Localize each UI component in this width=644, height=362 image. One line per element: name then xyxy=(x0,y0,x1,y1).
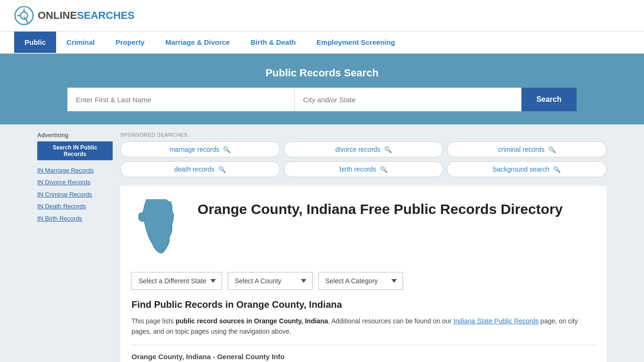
sidebar-banner[interactable]: Search IN Public Records xyxy=(37,141,113,160)
name-input[interactable] xyxy=(67,88,295,111)
search-icon-death: 🔍 xyxy=(218,166,226,173)
sponsored-label: SPONSORED SEARCHES xyxy=(120,132,607,138)
main-content: SPONSORED SEARCHES marriage records 🔍 di… xyxy=(120,132,607,362)
search-icon-divorce: 🔍 xyxy=(384,146,392,153)
dropdown-row: Select a Different State Select A County… xyxy=(132,272,595,290)
find-text-bold: public record sources in Orange County, … xyxy=(175,317,328,325)
search-icon-criminal: 🔍 xyxy=(548,146,556,153)
search-icon-background: 🔍 xyxy=(553,166,561,173)
nav-employment[interactable]: Employment Screening xyxy=(306,32,405,53)
content-block: Orange County, Indiana Free Public Recor… xyxy=(120,186,607,362)
section-heading: Orange County, Indiana - General County … xyxy=(132,347,595,362)
sidebar-link-death[interactable]: IN Death Records xyxy=(37,201,113,212)
find-text: This page lists public record sources in… xyxy=(132,316,595,337)
find-text-2: . Additional resources can be found on o… xyxy=(328,317,454,325)
main-layout: Advertising Search IN Public Records IN … xyxy=(30,124,614,362)
content-inner: Orange County, Indiana Free Public Recor… xyxy=(120,186,607,362)
county-dropdown[interactable]: Select A County xyxy=(228,272,313,290)
tag-divorce-label: divorce records xyxy=(335,146,380,153)
site-header: ONLINESEARCHES xyxy=(0,0,644,32)
sidebar-link-birth[interactable]: IN Birth Records xyxy=(37,213,113,224)
location-input[interactable] xyxy=(295,88,521,111)
tag-birth-label: birth records xyxy=(339,165,376,173)
tag-marriage-records[interactable]: marriage records 🔍 xyxy=(120,141,280,157)
nav-birth-death[interactable]: Birth & Death xyxy=(240,32,306,53)
state-dropdown[interactable]: Select a Different State xyxy=(132,272,222,290)
tag-criminal-label: criminal records xyxy=(498,146,545,153)
logo[interactable]: ONLINESEARCHES xyxy=(14,6,134,25)
find-title: Find Public Records in Orange County, In… xyxy=(132,299,595,310)
search-bar: Search xyxy=(67,88,577,111)
nav-public[interactable]: Public xyxy=(14,32,56,53)
search-icon-birth: 🔍 xyxy=(380,166,388,173)
section-divider xyxy=(132,345,595,345)
tag-death-label: death records xyxy=(174,165,215,173)
nav-property[interactable]: Property xyxy=(105,32,155,53)
tag-criminal-records[interactable]: criminal records 🔍 xyxy=(447,141,607,157)
indiana-map-svg xyxy=(132,195,183,261)
sidebar-link-marriage[interactable]: IN Marriage Records xyxy=(37,165,113,176)
tag-background-label: background search xyxy=(493,165,549,173)
main-nav: Public Criminal Property Marriage & Divo… xyxy=(0,32,644,54)
nav-marriage-divorce[interactable]: Marriage & Divorce xyxy=(155,32,240,53)
hero-section: Public Records Search Search xyxy=(0,54,644,124)
tag-death-records[interactable]: death records 🔍 xyxy=(120,161,280,177)
logo-icon xyxy=(14,6,34,25)
sidebar-link-criminal[interactable]: IN Criminal Records xyxy=(37,189,113,200)
sponsored-section: SPONSORED SEARCHES marriage records 🔍 di… xyxy=(120,132,607,177)
page-header: Orange County, Indiana Free Public Recor… xyxy=(132,195,595,263)
sidebar: Advertising Search IN Public Records IN … xyxy=(37,132,113,362)
nav-criminal[interactable]: Criminal xyxy=(56,32,105,53)
page-title: Orange County, Indiana Free Public Recor… xyxy=(198,195,563,218)
find-text-1: This page lists xyxy=(132,317,175,325)
tag-background-search[interactable]: background search 🔍 xyxy=(447,161,607,177)
search-icon-marriage: 🔍 xyxy=(223,146,231,153)
tag-divorce-records[interactable]: divorce records 🔍 xyxy=(284,141,444,157)
search-button[interactable]: Search xyxy=(521,88,577,111)
hero-title: Public Records Search xyxy=(14,67,630,79)
sidebar-links: IN Marriage Records IN Divorce Records I… xyxy=(37,165,113,224)
logo-text: ONLINESEARCHES xyxy=(38,9,134,22)
tag-marriage-label: marriage records xyxy=(169,146,219,153)
advertising-label: Advertising xyxy=(37,132,113,139)
search-tags: marriage records 🔍 divorce records 🔍 cri… xyxy=(120,141,607,177)
sidebar-link-divorce[interactable]: IN Divorce Records xyxy=(37,177,113,188)
state-map xyxy=(132,195,188,263)
tag-birth-records[interactable]: birth records 🔍 xyxy=(284,161,444,177)
category-dropdown[interactable]: Select A Category xyxy=(318,272,403,290)
find-link[interactable]: Indiana State Public Records xyxy=(454,317,539,325)
